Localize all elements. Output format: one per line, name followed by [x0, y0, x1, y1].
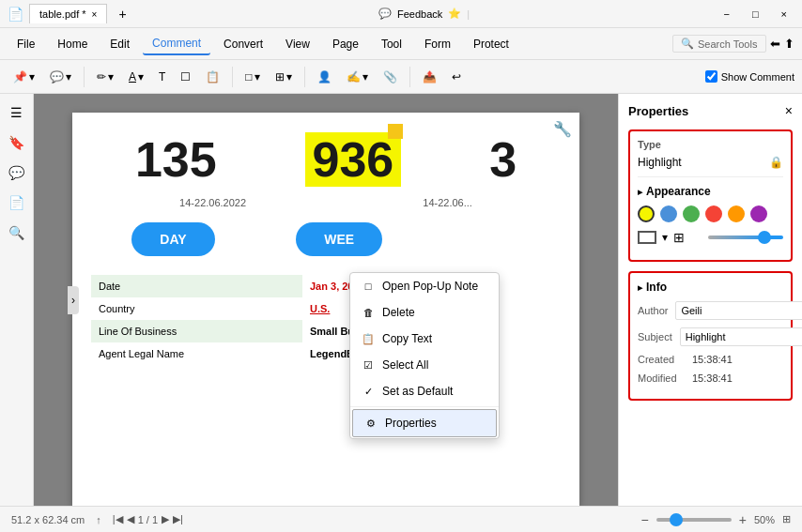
subject-label: Subject	[638, 331, 672, 342]
highlight-btn[interactable]: ✏▾	[91, 68, 119, 86]
menu-edit[interactable]: Edit	[100, 34, 139, 54]
markup-assist-btn[interactable]: 📤	[417, 68, 442, 86]
panel-close-btn[interactable]: ×	[785, 103, 793, 118]
window-controls: − □ ×	[716, 7, 794, 22]
ctx-set-default[interactable]: ✓ Set as Default	[350, 378, 499, 404]
show-comment-toggle[interactable]: Show Comment	[705, 70, 794, 83]
color-blue[interactable]	[660, 205, 677, 222]
underline-btn[interactable]: A▾	[123, 68, 149, 86]
toolbar-sep-3	[304, 67, 305, 87]
main-layout: ☰ 🔖 💬 📄 🔍 › 🔧 135 936 3	[0, 94, 802, 506]
menu-comment[interactable]: Comment	[143, 33, 210, 55]
ctx-separator	[350, 406, 499, 407]
comment-btn[interactable]: 💬▾	[44, 68, 77, 86]
shape-selector[interactable]	[638, 231, 656, 244]
maximize-btn[interactable]: □	[745, 7, 766, 22]
subject-input[interactable]	[680, 327, 802, 346]
menu-bar: File Home Edit Comment Convert View Page…	[0, 28, 802, 60]
file-tab[interactable]: table.pdf * ×	[29, 4, 107, 23]
menu-protect[interactable]: Protect	[464, 34, 518, 54]
sidebar-bookmark-icon[interactable]: 🔖	[6, 131, 28, 154]
text-btn[interactable]: T	[153, 68, 171, 86]
reply-btn[interactable]: ↩	[446, 68, 467, 86]
toolbar-sep-4	[409, 67, 410, 87]
date-1: 14-22.06.2022	[179, 197, 246, 208]
ctx-select-all-label: Select All	[382, 358, 428, 372]
nav-forward-icon[interactable]: ⬆	[784, 37, 794, 51]
ctx-copy-text[interactable]: 📋 Copy Text	[350, 326, 499, 352]
menu-view[interactable]: View	[276, 34, 319, 54]
color-red[interactable]	[705, 205, 722, 222]
shapes-btn[interactable]: □▾	[239, 68, 265, 86]
feedback-area: 💬 Feedback ⭐ |	[378, 8, 470, 20]
type-value: Highlight	[638, 156, 682, 169]
sidebar-comment-icon[interactable]: 💬	[6, 161, 28, 184]
shape-dropdown-icon[interactable]: ▾	[662, 231, 668, 244]
zoom-in-btn[interactable]: +	[739, 512, 747, 527]
ctx-properties[interactable]: ⚙ Properties	[352, 409, 497, 437]
markup-icon: 📤	[423, 70, 437, 84]
modified-value: 15:38:41	[692, 372, 733, 384]
minimize-btn[interactable]: −	[716, 7, 736, 22]
modified-row: Modified 15:38:41	[638, 372, 783, 384]
zoom-level: 50%	[754, 514, 775, 525]
feedback-star-icon: ⭐	[448, 8, 461, 20]
zoom-out-btn[interactable]: −	[641, 512, 649, 527]
opacity-slider[interactable]	[708, 236, 783, 239]
search-tools-input[interactable]: 🔍 Search Tools	[672, 35, 766, 53]
color-row	[638, 205, 783, 222]
pdf-page: 🔧 135 936 3 14-22.06.2022 14-22.06... DA…	[72, 113, 579, 506]
show-comment-checkbox[interactable]	[705, 70, 717, 83]
first-page-btn[interactable]: |◀	[113, 513, 123, 525]
title-bar-left: 📄 table.pdf * × +	[8, 4, 132, 23]
copy-icon: 📋	[362, 332, 375, 345]
search-icon: 🔍	[681, 38, 694, 50]
page-indicator: 1 / 1	[138, 514, 158, 525]
feedback-label[interactable]: Feedback	[397, 8, 442, 20]
fit-page-btn[interactable]: ⊞	[782, 513, 791, 525]
menu-file[interactable]: File	[8, 34, 44, 54]
callout-btn[interactable]: 📋	[200, 68, 225, 86]
sign-icon: ✍	[347, 70, 361, 84]
color-purple[interactable]	[750, 205, 767, 222]
new-tab-btn[interactable]: +	[113, 5, 131, 23]
color-orange[interactable]	[728, 205, 745, 222]
stamp-btn[interactable]: 👤	[312, 68, 337, 86]
fit-icon[interactable]: ⊞	[673, 230, 685, 245]
table-cell-label: Line Of Business	[91, 320, 302, 342]
author-input[interactable]	[675, 301, 802, 320]
color-yellow[interactable]	[638, 205, 655, 222]
sidebar-collapse-btn[interactable]: ›	[68, 286, 79, 314]
measure-btn[interactable]: ⊞▾	[270, 68, 298, 86]
ctx-delete[interactable]: 🗑 Delete	[350, 299, 499, 326]
menu-convert[interactable]: Convert	[214, 34, 272, 54]
sidebar-search-icon[interactable]: 🔍	[6, 221, 28, 244]
attach-btn[interactable]: 📎	[378, 68, 403, 86]
week-btn[interactable]: WEE	[296, 222, 382, 256]
textbox-btn[interactable]: ☐	[175, 68, 196, 86]
color-green[interactable]	[683, 205, 700, 222]
nav-back-icon[interactable]: ⬅	[770, 37, 780, 51]
menu-tool[interactable]: Tool	[372, 34, 411, 54]
sign-btn[interactable]: ✍▾	[341, 68, 374, 86]
menu-form[interactable]: Form	[415, 34, 460, 54]
ctx-open-popup[interactable]: □ Open Pop-Up Note	[350, 273, 499, 299]
tab-close-btn[interactable]: ×	[92, 9, 98, 20]
underline-icon: A	[129, 70, 136, 84]
menu-page[interactable]: Page	[323, 34, 368, 54]
close-btn[interactable]: ×	[774, 7, 794, 22]
sidebar-layer-icon[interactable]: 📄	[6, 191, 28, 214]
status-bar: 51.2 x 62.34 cm ↑ |◀ ◀ 1 / 1 ▶ ▶| − + 50…	[0, 506, 802, 532]
prev-page-btn[interactable]: ◀	[127, 513, 134, 525]
page-tool-icon[interactable]: 🔧	[553, 120, 572, 138]
ctx-select-all[interactable]: ☑ Select All	[350, 352, 499, 378]
menu-home[interactable]: Home	[48, 34, 97, 54]
day-btn[interactable]: DAY	[131, 222, 214, 256]
last-page-btn[interactable]: ▶|	[173, 513, 183, 525]
status-right: − + 50% ⊞	[641, 512, 791, 527]
zoom-slider[interactable]	[656, 518, 732, 522]
sidebar-thumbnail-icon[interactable]: ☰	[6, 101, 28, 124]
sticky-note-btn[interactable]: 📌▾	[8, 68, 40, 86]
ctx-set-default-label: Set as Default	[382, 385, 453, 398]
next-page-btn[interactable]: ▶	[162, 513, 169, 525]
